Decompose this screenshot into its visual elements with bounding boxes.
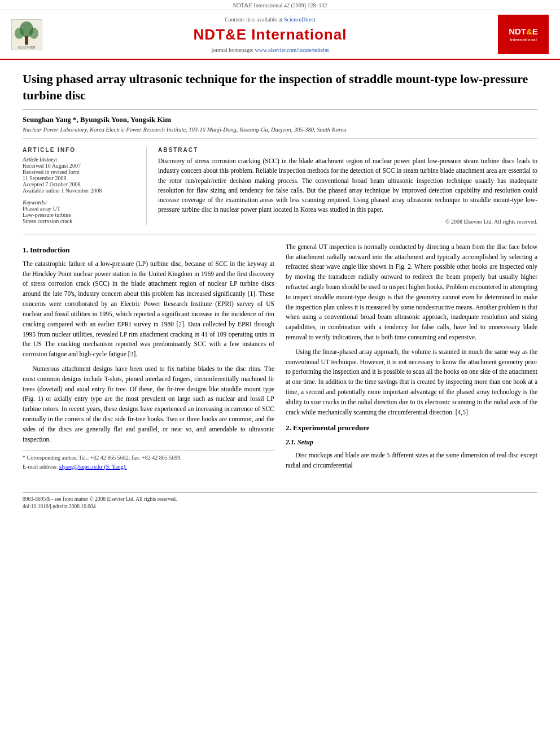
body-col-left: 1. Introduction The catastrophic failure… bbox=[23, 242, 274, 475]
content-wrapper: Using phased array ultrasonic technique … bbox=[0, 60, 560, 487]
article-history: Article history: Received 10 August 2007… bbox=[23, 156, 138, 194]
section1-title: 1. Introduction bbox=[23, 244, 274, 256]
journal-title-center: Contents lists available at ScienceDirec… bbox=[42, 16, 498, 53]
section1-para2: Numerous attachment designs have been us… bbox=[23, 364, 274, 445]
author-names: Seunghan Yang *, Byungsik Yoon, Yongsik … bbox=[23, 115, 171, 124]
elsevier-logo: ELSEVIER bbox=[11, 19, 42, 50]
footer: 0963-8695/$ - see front matter © 2008 El… bbox=[23, 492, 537, 509]
article-info-abstract: ARTICLE INFO Article history: Received 1… bbox=[23, 147, 537, 225]
section2-number: 2. bbox=[286, 423, 291, 432]
available-date: Available online 1 November 2008 bbox=[23, 187, 138, 194]
paper-authors: Seunghan Yang *, Byungsik Yoon, Yongsik … bbox=[23, 115, 537, 124]
svg-point-4 bbox=[29, 28, 38, 39]
section1-label: Introduction bbox=[30, 246, 70, 254]
ndt-logo: NDT&E International bbox=[498, 15, 549, 54]
svg-text:ELSEVIER: ELSEVIER bbox=[17, 45, 36, 50]
keywords-label: Keywords: bbox=[23, 199, 138, 206]
section1-right-para1: The general UT inspection is normally co… bbox=[286, 242, 537, 343]
body-content: 1. Introduction The catastrophic failure… bbox=[23, 234, 537, 475]
accepted-date: Accepted 7 October 2008 bbox=[23, 181, 138, 187]
journal-main-title: NDT&E International bbox=[42, 26, 498, 43]
ndt-logo-subtext: International bbox=[510, 37, 537, 42]
paper-affiliation: Nuclear Power Laboratory, Korea Electric… bbox=[23, 126, 537, 139]
footer-copyright: 0963-8695/$ - see front matter © 2008 El… bbox=[23, 496, 537, 502]
revised-label: Received in revised form bbox=[23, 169, 138, 175]
svg-point-3 bbox=[15, 28, 24, 39]
history-label: Article history: bbox=[23, 156, 138, 163]
corresp-email: E-mail address: slyang@kepri.re.kr (S. Y… bbox=[23, 462, 274, 471]
section2-label: Experimental procedure bbox=[293, 423, 370, 432]
svg-rect-2 bbox=[25, 36, 28, 45]
section2-1-label: 2.1. Setup bbox=[286, 437, 537, 448]
ndt-logo-text: NDT&E bbox=[509, 27, 538, 36]
corresp-email-link[interactable]: slyang@kepri.re.kr (S. Yang). bbox=[59, 464, 126, 470]
received-date: Received 10 August 2007 bbox=[23, 163, 138, 169]
footer-doi: doi:10.1016/j.ndteint.2008.10.004 bbox=[23, 504, 537, 509]
sciencedirect-line: Contents lists available at ScienceDirec… bbox=[42, 16, 498, 23]
sciencedirect-link[interactable]: ScienceDirect bbox=[284, 16, 316, 23]
abstract-copyright: © 2008 Elsevier Ltd. All rights reserved… bbox=[158, 219, 537, 225]
article-info-column: ARTICLE INFO Article history: Received 1… bbox=[23, 147, 147, 225]
journal-ref: NDT&E International 42 (2009) 128–132 bbox=[233, 2, 327, 8]
revised-date: 11 September 2008 bbox=[23, 175, 138, 181]
article-info-header: ARTICLE INFO bbox=[23, 147, 138, 153]
keyword-1: Phased array UT bbox=[23, 206, 138, 212]
section1-right-para2: Using the linear-phased array approach, … bbox=[286, 347, 537, 418]
keyword-3: Stress corrosion crack bbox=[23, 218, 138, 224]
abstract-header: ABSTRACT bbox=[158, 147, 537, 153]
abstract-text: Discovery of stress corrosion cracking (… bbox=[158, 156, 537, 215]
abstract-column: ABSTRACT Discovery of stress corrosion c… bbox=[158, 147, 537, 225]
homepage-line: journal homepage: www.elsevier.com/locat… bbox=[42, 47, 498, 53]
corresp-tel: * Corresponding author. Tel.: +82 42 865… bbox=[23, 453, 274, 462]
journal-ref-line: NDT&E International 42 (2009) 128–132 bbox=[0, 0, 560, 10]
elsevier-tree-icon: ELSEVIER bbox=[11, 19, 42, 50]
paper-title: Using phased array ultrasonic technique … bbox=[23, 71, 537, 110]
journal-header: NDT&E International 42 (2009) 128–132 EL… bbox=[0, 0, 560, 60]
homepage-link[interactable]: www.elsevier.com/locate/ndteint bbox=[255, 47, 329, 53]
keywords-block: Keywords: Phased array UT Low-pressure t… bbox=[23, 199, 138, 224]
section1-para1: The catastrophic failure of a low-pressu… bbox=[23, 259, 274, 360]
body-col-right: The general UT inspection is normally co… bbox=[286, 242, 537, 475]
section1-number: 1. bbox=[23, 246, 28, 254]
section2-text: Disc mockups and blade are made 5 differ… bbox=[286, 451, 537, 471]
corresponding-author-footnote: * Corresponding author. Tel.: +82 42 865… bbox=[23, 450, 274, 471]
section2-title: 2. Experimental procedure bbox=[286, 422, 537, 434]
journal-header-main: ELSEVIER Contents lists available at Sci… bbox=[0, 10, 560, 59]
keyword-2: Low-pressure turbine bbox=[23, 212, 138, 218]
